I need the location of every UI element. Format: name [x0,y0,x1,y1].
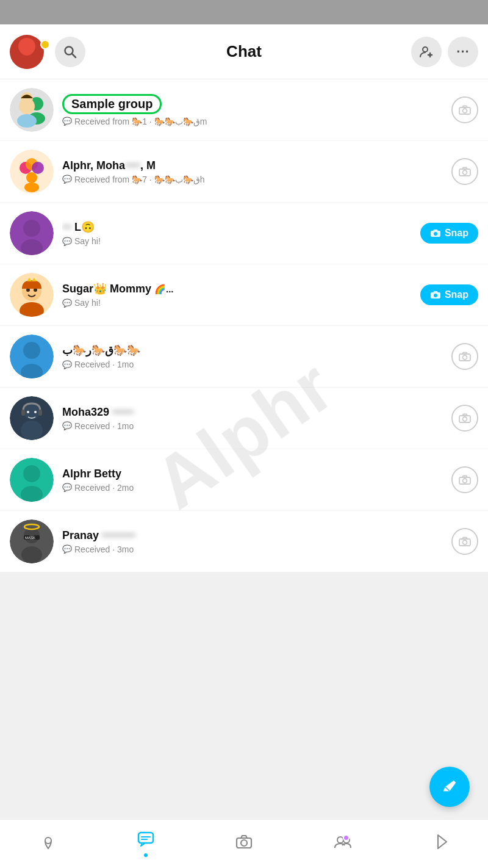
chat-info: Sugar👑 Mommy 🌈... 💬 Say hi! [62,282,414,308]
page-title: Chat [226,42,262,61]
chat-item[interactable]: Alphr, Moha·····, M 💬 Received from 🐎ق🐎ب… [0,141,488,203]
nav-item-chat[interactable] [137,831,154,857]
svg-text:MASK: MASK [25,536,35,540]
chat-action[interactable] [451,466,478,493]
preview-text: Received from 🐎ق🐎ب🐎🐎 · 1m [74,117,207,126]
active-indicator [144,853,148,857]
chat-item[interactable]: Moha329 ······· 💬 Received · 1mo [0,388,488,449]
chat-item[interactable]: Alphr Betty 💬 Received · 2mo [0,449,488,511]
chat-action[interactable] [451,405,478,432]
chat-name: ق🐎ر🐎ب🐎🐎 [62,344,445,357]
chat-name: Alphr Betty [62,468,445,480]
compose-button[interactable] [429,767,470,807]
svg-point-24 [23,220,40,237]
chat-name: Moha329 ······· [62,406,445,419]
chat-action[interactable] [451,343,478,370]
status-dot [40,40,50,49]
preview-text: Received · 1mo [74,421,134,431]
message-icon: 💬 [62,175,72,184]
message-icon: 💬 [62,237,72,246]
message-icon: 💬 [62,117,72,126]
preview-text: Say hi! [74,298,101,308]
more-button[interactable]: ··· [448,37,478,67]
chat-item[interactable]: Sugar👑 Mommy 🌈... 💬 Say hi! Snap [0,264,488,326]
camera-button[interactable] [451,405,478,432]
user-avatar-container[interactable] [10,35,44,69]
nav-item-friends[interactable] [334,834,352,853]
chat-info: ··· L🙃 💬 Say hi! [62,220,414,246]
chat-action[interactable] [451,96,478,123]
chat-icon [137,831,154,852]
search-button[interactable] [55,37,85,67]
svg-point-57 [21,546,42,563]
chat-preview: 💬 Received · 3mo [62,544,445,554]
svg-point-20 [24,183,39,192]
chat-info: Moha329 ······· 💬 Received · 1mo [62,406,445,431]
message-icon: 💬 [62,483,72,492]
chat-info: ق🐎ر🐎ب🐎🐎 💬 Received · 1mo [62,344,445,369]
chat-preview: 💬 Received · 1mo [62,421,445,431]
chat-action[interactable]: Snap [420,284,478,305]
avatar [10,150,54,193]
bottom-nav [0,819,488,868]
svg-point-27 [434,232,437,236]
svg-point-22 [463,170,467,175]
name-row: Sample group [62,94,445,117]
header: Chat ··· [0,24,488,79]
chat-preview: 💬 Say hi! [62,236,414,246]
chat-name: Alphr, Moha·····, M [62,159,445,172]
chat-info: Alphr, Moha·····, M 💬 Received from 🐎ق🐎ب… [62,159,445,184]
chat-name: Pranay ··········· [62,529,445,542]
svg-rect-44 [21,410,25,416]
camera-nav-icon [235,834,253,853]
chat-action[interactable] [451,528,478,555]
svg-point-43 [21,421,43,440]
camera-button[interactable] [451,96,478,123]
camera-button[interactable] [451,466,478,493]
svg-point-0 [20,41,34,56]
group-highlight: Sample group [62,94,162,114]
svg-point-71 [241,840,247,846]
preview-text: Say hi! [74,236,101,246]
nav-item-map[interactable] [40,834,56,854]
camera-button[interactable] [451,528,478,555]
preview-text: Received · 1mo [74,360,134,369]
snap-button[interactable]: Snap [420,223,478,244]
chat-action[interactable]: Snap [420,223,478,244]
nav-item-discover[interactable] [433,834,448,854]
avatar [10,88,54,132]
svg-point-51 [23,465,40,482]
svg-rect-45 [38,410,42,416]
status-bar [0,0,488,24]
svg-line-3 [72,54,76,57]
chat-item[interactable]: ق🐎ر🐎ب🐎🐎 💬 Received · 1mo [0,326,488,388]
svg-point-14 [463,109,467,113]
svg-rect-67 [138,833,153,843]
chat-item[interactable]: Sample group 💬 Received from 🐎ق🐎ب🐎🐎 · 1m [0,79,488,141]
header-left [10,35,85,69]
svg-point-40 [463,355,467,360]
add-friend-button[interactable] [411,37,442,67]
camera-button[interactable] [451,158,478,185]
chat-preview: 💬 Received from 🐎ق🐎ب🐎🐎 · 7h [62,175,445,184]
svg-point-64 [463,540,467,544]
friends-dot [343,834,350,841]
message-icon: 💬 [62,360,72,369]
chat-name: ··· L🙃 [62,220,414,234]
svg-point-1 [16,56,38,69]
chat-action[interactable] [451,158,478,185]
chat-name: Sample group [71,97,152,110]
snap-label: Snap [445,228,468,239]
svg-point-11 [17,114,37,128]
discover-icon [433,834,448,854]
chat-item[interactable]: ··· L🙃 💬 Say hi! Snap [0,203,488,264]
svg-point-47 [34,411,37,413]
nav-item-camera[interactable] [235,834,253,853]
camera-button[interactable] [451,343,478,370]
svg-point-46 [27,411,29,413]
chat-preview: 💬 Received · 2mo [62,483,445,493]
svg-marker-74 [438,835,447,848]
chat-item[interactable]: MASK Pranay ··········· 💬 Received · 3mo [0,511,488,572]
snap-button[interactable]: Snap [420,284,478,305]
chat-preview: 💬 Say hi! [62,298,414,308]
